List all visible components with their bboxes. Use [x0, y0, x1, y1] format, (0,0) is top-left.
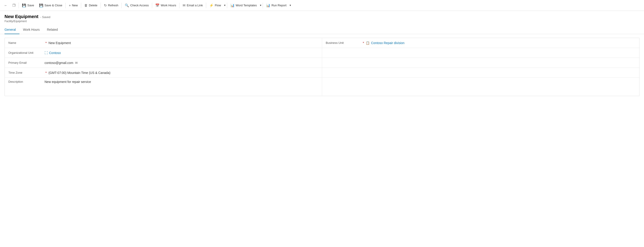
email-action-icon[interactable]: ✉: [75, 61, 78, 65]
primary-email-value[interactable]: contoso@gmail.com: [44, 61, 73, 65]
work-hours-icon: 📅: [155, 4, 160, 8]
description-label: Description: [8, 80, 44, 84]
save-button[interactable]: 💾 Save: [20, 2, 36, 9]
divider-4: [100, 3, 101, 8]
save-icon: 💾: [22, 4, 26, 8]
check-access-label: Check Access: [130, 4, 149, 7]
delete-label: Delete: [89, 4, 98, 7]
flow-button[interactable]: ⚡ Flow: [207, 2, 223, 9]
tab-related[interactable]: Related: [47, 26, 61, 34]
word-templates-button[interactable]: 📊 Word Templates: [228, 2, 259, 9]
check-access-icon: 🔍: [125, 4, 129, 8]
work-hours-button[interactable]: 📅 Work Hours: [153, 2, 178, 9]
page-header: New Equipment - Saved Facility/Equipment: [0, 11, 644, 24]
page-title: New Equipment: [4, 14, 38, 19]
toolbar: ← ❐ 💾 Save 💾 Save & Close + New 🗑 Delete…: [0, 0, 644, 11]
description-value[interactable]: New equipment for repair service: [44, 80, 318, 84]
refresh-icon: ↻: [104, 4, 107, 8]
word-templates-arrow-icon: ▼: [260, 4, 262, 6]
work-hours-label: Work Hours: [161, 4, 176, 7]
window-icon: ❐: [12, 4, 15, 8]
save-label: Save: [27, 4, 34, 7]
flow-dropdown[interactable]: ⚡ Flow ▼: [207, 2, 226, 9]
delete-button[interactable]: 🗑 Delete: [82, 2, 100, 8]
new-icon: +: [69, 4, 71, 7]
business-unit-required: *: [363, 41, 364, 45]
back-button[interactable]: ←: [2, 2, 10, 8]
flow-icon: ⚡: [209, 4, 214, 8]
timezone-required: *: [46, 71, 46, 74]
page-subtitle: Facility/Equipment: [4, 20, 640, 23]
divider-2: [65, 3, 66, 8]
field-business-unit: Business Unit * 📋 Contoso Repair divisio…: [322, 38, 639, 48]
refresh-label: Refresh: [108, 4, 118, 7]
name-label: Name: [8, 41, 44, 44]
field-empty-1: [322, 48, 639, 58]
field-timezone: Time Zone * (GMT-07:00) Mountain Time (U…: [5, 68, 322, 78]
business-unit-icon: 📋: [366, 41, 370, 45]
divider-1: [18, 3, 19, 8]
tab-work-hours[interactable]: Work Hours: [23, 26, 44, 34]
field-empty-4: [322, 78, 639, 96]
org-unit-label: Organizational Unit: [8, 51, 44, 54]
email-link-button[interactable]: ✉ Email a Link: [180, 2, 205, 9]
check-access-button[interactable]: 🔍 Check Access: [122, 2, 151, 9]
back-icon: ←: [4, 4, 8, 7]
save-close-label: Save & Close: [44, 4, 62, 7]
divider-10: [263, 3, 263, 8]
divider-6: [152, 3, 152, 8]
flow-label: Flow: [215, 4, 221, 7]
divider-3: [81, 3, 81, 8]
org-unit-icon: ⛶: [44, 51, 48, 55]
divider-9: [227, 3, 227, 8]
form-row-timezone: Time Zone * (GMT-07:00) Mountain Time (U…: [5, 68, 639, 78]
new-label: New: [72, 4, 78, 7]
word-templates-dropdown[interactable]: 📊 Word Templates ▼: [228, 2, 262, 9]
form-container: Name * New Equipment Business Unit * 📋 C…: [4, 38, 640, 96]
save-close-button[interactable]: 💾 Save & Close: [37, 2, 65, 9]
tabs: General Work Hours Related: [0, 26, 644, 34]
refresh-button[interactable]: ↻ Refresh: [102, 2, 121, 9]
email-link-label: Email a Link: [187, 4, 203, 7]
field-org-unit: Organizational Unit ⛶ Contoso: [5, 48, 322, 58]
name-value[interactable]: New Equipment: [48, 41, 318, 45]
new-button[interactable]: + New: [66, 2, 80, 8]
divider-7: [179, 3, 180, 8]
delete-icon: 🗑: [84, 4, 88, 7]
field-description: Description New equipment for repair ser…: [5, 78, 322, 96]
timezone-value[interactable]: (GMT-07:00) Mountain Time (US & Canada): [48, 71, 318, 74]
window-button[interactable]: ❐: [10, 2, 18, 9]
word-templates-icon: 📊: [230, 4, 235, 8]
tab-general[interactable]: General: [4, 26, 20, 34]
timezone-label: Time Zone: [8, 71, 44, 74]
run-report-arrow-icon: ▼: [289, 4, 291, 6]
flow-arrow-icon: ▼: [224, 4, 226, 6]
business-unit-value[interactable]: Contoso Repair division: [371, 41, 636, 45]
run-report-dropdown[interactable]: 📊 Run Report ▼: [264, 2, 291, 9]
run-report-label: Run Report: [272, 4, 286, 7]
business-unit-label: Business Unit: [326, 41, 362, 44]
form-row-org-unit: Organizational Unit ⛶ Contoso: [5, 48, 639, 58]
email-link-icon: ✉: [183, 4, 186, 8]
page-saved-status: - Saved: [40, 15, 50, 19]
name-required: *: [46, 41, 46, 45]
primary-email-label: Primary Email: [8, 61, 44, 64]
field-primary-email: Primary Email contoso@gmail.com ✉: [5, 58, 322, 68]
form-row-description: Description New equipment for repair ser…: [5, 78, 639, 96]
field-empty-2: [322, 58, 639, 68]
email-row: contoso@gmail.com ✉: [44, 61, 78, 65]
divider-8: [206, 3, 206, 8]
save-close-icon: 💾: [39, 4, 44, 8]
run-report-icon: 📊: [266, 4, 270, 8]
form-row-email: Primary Email contoso@gmail.com ✉: [5, 58, 639, 68]
run-report-button[interactable]: 📊 Run Report: [264, 2, 289, 9]
form-row-name: Name * New Equipment Business Unit * 📋 C…: [5, 38, 639, 48]
field-name: Name * New Equipment: [5, 38, 322, 48]
word-templates-label: Word Templates: [236, 4, 257, 7]
field-empty-3: [322, 68, 639, 78]
org-unit-value[interactable]: Contoso: [49, 51, 318, 55]
